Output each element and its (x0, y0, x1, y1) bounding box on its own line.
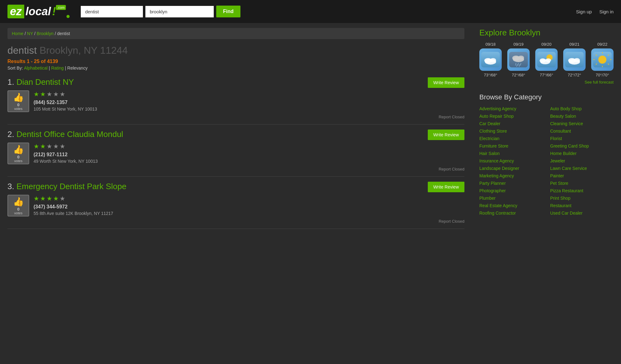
category-link[interactable]: Jeweler (550, 158, 614, 164)
sort-relevancy: Relevancy (67, 66, 88, 71)
weather-icon-box (507, 48, 530, 71)
report-closed-link[interactable]: Report Closed (7, 167, 464, 171)
star-icon: ★ (53, 90, 59, 98)
auth-area: Sign up Sign in (576, 9, 614, 14)
listings-container: 1. Dian Dentist NY Write Review 👍 0 vote… (7, 72, 464, 229)
page-title-location: Brooklyn, NY 11244 (39, 45, 128, 56)
category-link[interactable]: Pizza Restaurant (550, 188, 614, 194)
weather-temp: 72°/68° (512, 73, 525, 77)
report-closed-link[interactable]: Report Closed (7, 115, 464, 119)
category-link[interactable]: Pet Store (550, 180, 614, 186)
explore-label: Explore (479, 28, 509, 37)
sort-alphabetical[interactable]: Alphabetical (24, 66, 48, 71)
category-link[interactable]: Used Car Dealer (550, 210, 614, 216)
weather-icon-box (535, 48, 558, 71)
main-content: Home / NY / Brooklyn / dentist dentist B… (0, 23, 621, 234)
category-link[interactable]: Consultant (550, 128, 614, 134)
category-link[interactable]: Real Estate Agency (479, 202, 543, 209)
category-link[interactable]: Clothing Store (479, 128, 543, 134)
thumb-count: 0 (17, 102, 19, 107)
see-full-forecast-link[interactable]: See full forecast (479, 80, 614, 84)
explore-city: Brooklyn (509, 28, 540, 37)
weather-day: 09/18 73°/68° (479, 42, 502, 77)
logo-dot: ! (52, 5, 56, 18)
category-link[interactable]: Furniture Store (479, 143, 543, 149)
svg-point-16 (540, 58, 546, 63)
weather-icon-box (479, 48, 502, 71)
listing-name-link[interactable]: Emergency Dentist Park Slope (16, 182, 126, 191)
star-icon: ★ (53, 143, 59, 150)
category-link[interactable]: Party Planner (479, 180, 543, 186)
star-icon: ★ (40, 195, 46, 202)
listing-thumbnail: 👍 0 votes (7, 143, 29, 164)
category-link[interactable]: Plumber (479, 195, 543, 201)
category-link[interactable]: Print Shop (550, 195, 614, 201)
thumb-count: 0 (17, 155, 19, 159)
listing-info: ★★★★★ (347) 344-5972 55 8th Ave suite 12… (34, 195, 464, 216)
category-link[interactable]: Marketing Agency (479, 173, 543, 179)
write-review-button[interactable]: Write Review (428, 77, 464, 88)
category-link[interactable]: Hair Salon (479, 150, 543, 157)
stars-row: ★★★★★ (34, 90, 464, 98)
report-closed-link[interactable]: Report Closed (7, 219, 464, 224)
star-icon: ★ (53, 195, 59, 202)
category-link[interactable]: Home Builder (550, 150, 614, 157)
breadcrumb-city[interactable]: Brooklyn (37, 31, 53, 36)
breadcrumb-sep3: / (55, 31, 57, 36)
listing-address: 55 8th Ave suite 12K Brooklyn, NY 11217 (34, 211, 464, 216)
listing-body: 👍 0 votes ★★★★★ (844) 522-1357 105 Mott … (7, 90, 464, 112)
sort-rating[interactable]: Rating (51, 66, 64, 71)
breadcrumb-sep2: / (34, 31, 37, 36)
category-link[interactable]: Cleaning Service (550, 121, 614, 127)
sidebar: Explore Brooklyn 09/18 73°/68° 09/19 72°… (472, 23, 621, 234)
weather-date: 09/19 (514, 42, 524, 47)
category-link[interactable]: Insurance Agency (479, 158, 543, 164)
write-review-button[interactable]: Write Review (428, 182, 464, 192)
thumb-count: 0 (17, 207, 19, 212)
keyword-input[interactable] (81, 6, 143, 17)
star-icon: ★ (60, 195, 65, 202)
weather-date: 09/20 (541, 42, 552, 47)
category-link[interactable]: Florist (550, 135, 614, 142)
listing-name-link[interactable]: Dian Dentist NY (16, 77, 74, 87)
header: ez local ! .com Find Sign up Sign in (0, 0, 621, 23)
listing-name-link[interactable]: Dentist Office Claudia Mondul (16, 130, 123, 139)
breadcrumb: Home / NY / Brooklyn / dentist (7, 28, 464, 39)
weather-date: 09/21 (569, 42, 580, 47)
stars-row: ★★★★★ (34, 143, 464, 150)
category-link[interactable]: Car Dealer (479, 121, 543, 127)
signup-link[interactable]: Sign up (576, 9, 592, 14)
category-link[interactable]: Beauty Salon (550, 113, 614, 119)
thumb-votes-label: votes (14, 159, 22, 163)
listing-address: 49 Worth St New York, NY 10013 (34, 159, 464, 164)
category-link[interactable]: Electrician (479, 135, 543, 142)
breadcrumb-current: dentist (57, 31, 70, 36)
category-link[interactable]: Photographer (479, 188, 543, 194)
find-button[interactable]: Find (216, 6, 240, 17)
write-review-button[interactable]: Write Review (428, 130, 464, 140)
category-link[interactable]: Advertising Agency (479, 106, 543, 112)
listing: 1. Dian Dentist NY Write Review 👍 0 vote… (7, 72, 464, 125)
location-input[interactable] (145, 6, 214, 17)
weather-section: Explore Brooklyn 09/18 73°/68° 09/19 72°… (479, 28, 614, 84)
category-link[interactable]: Auto Body Shop (550, 106, 614, 112)
page-title-keyword: dentist (7, 45, 37, 56)
category-link[interactable]: Restaurant (550, 202, 614, 209)
category-link[interactable]: Auto Repair Shop (479, 113, 543, 119)
star-icon: ★ (60, 143, 65, 150)
breadcrumb-state[interactable]: NY (27, 31, 33, 36)
weather-temp: 73°/68° (484, 73, 497, 77)
svg-point-21 (574, 58, 580, 62)
breadcrumb-home[interactable]: Home (12, 31, 23, 36)
signin-link[interactable]: Sign in (599, 9, 614, 14)
logo-circle-decoration (66, 15, 70, 18)
star-icon: ★ (60, 90, 65, 98)
category-link[interactable]: Landscape Designer (479, 165, 543, 171)
category-link[interactable]: Painter (550, 173, 614, 179)
listing-title: 1. Dian Dentist NY (7, 77, 74, 87)
listing-thumbnail: 👍 0 votes (7, 90, 29, 112)
weather-temp: 77°/66° (540, 73, 553, 77)
category-link[interactable]: Greeting Card Shop (550, 143, 614, 149)
category-link[interactable]: Lawn Care Service (550, 165, 614, 171)
category-link[interactable]: Roofing Contractor (479, 210, 543, 216)
